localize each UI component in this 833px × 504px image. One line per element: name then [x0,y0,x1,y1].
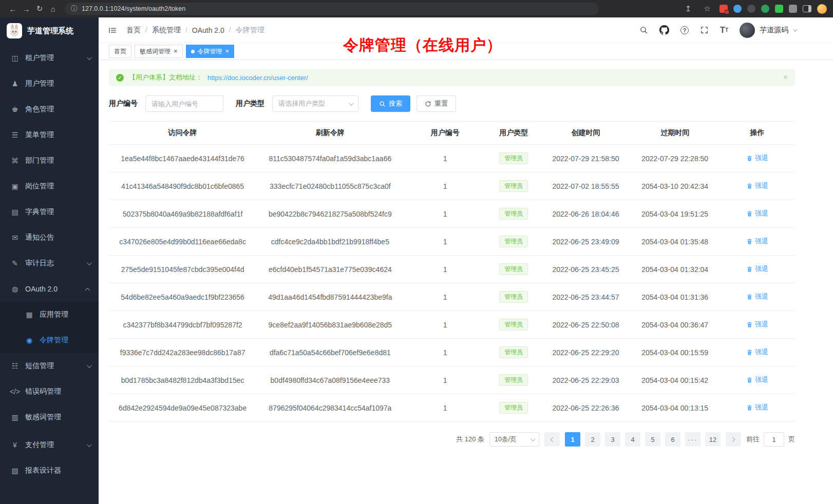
cell-refresh-token: 9ce8ef2aa9f14056b831ae9b608e28d5 [256,311,404,339]
page-numbers: 123456···12 [565,432,721,447]
cell-access-token: c342377bf8b344799dcbf7bf095287f2 [109,311,256,339]
breadcrumb-item[interactable]: OAuth 2.0 [181,26,224,34]
share-icon[interactable]: ↥ [681,2,695,15]
sidebar-item[interactable]: </> 错误码管理 [0,379,99,404]
bookmark-star-icon[interactable]: ☆ [701,2,714,15]
close-icon[interactable]: × [225,48,230,54]
help-icon[interactable]: ? [680,26,689,34]
search-button[interactable]: 搜索 [371,95,410,112]
sidebar-item[interactable]: ☷ 短信管理 [0,353,99,379]
page-button[interactable]: 4 [625,432,640,447]
app-logo-row[interactable]: 芋道管理系统 [0,17,99,44]
tab[interactable]: 首页 × [109,45,131,58]
extensions-puzzle-icon[interactable] [789,5,797,13]
force-logout-button[interactable]: 强退 [746,153,768,163]
page-size-value: 10条/页 [495,435,516,444]
tab-label: 敏感词管理 [140,47,171,56]
back-icon[interactable]: ← [6,2,20,15]
home-icon[interactable]: ⌂ [46,2,60,15]
goto-page: 前往 页 [746,432,795,447]
force-logout-button[interactable]: 强退 [746,375,768,384]
font-size-icon[interactable]: TT [720,26,728,34]
force-logout-button[interactable]: 强退 [746,264,768,274]
sidebar-item[interactable]: ♟ 用户管理 [0,71,99,96]
prev-page-button[interactable] [544,432,560,447]
tab[interactable]: 敏感词管理 × [135,45,183,58]
github-icon[interactable] [659,25,669,35]
sidebar-item[interactable]: ▦ 应用管理 [0,302,99,327]
sidebar-item[interactable]: ✉ 通知公告 [0,225,99,250]
next-page-button[interactable] [726,432,741,447]
breadcrumb-item[interactable]: 首页 [126,26,141,35]
menu-item-icon: ☷ [9,362,21,370]
cell-user-id: 1 [404,366,486,394]
extension-red-icon[interactable] [720,5,728,13]
force-logout-button[interactable]: 强退 [746,403,768,412]
force-logout-button[interactable]: 强退 [746,209,768,218]
doc-link[interactable]: https://doc.iocoder.cn/user-center/ [207,74,308,82]
sidebar-item[interactable]: ▣ 岗位管理 [0,173,99,199]
fullscreen-icon[interactable] [700,26,709,34]
sidebar-collapse-icon[interactable] [108,26,117,35]
page-button[interactable]: 2 [585,432,600,447]
extension-lime-icon[interactable] [775,5,783,13]
sidebar-item[interactable]: ♚ 角色管理 [0,96,99,122]
sidebar-item[interactable]: ▤ 字典管理 [0,199,99,225]
user-menu[interactable]: 芋道源码 [740,23,796,38]
topbar-actions: ? TT 芋道源码 [639,23,796,38]
breadcrumb-item[interactable]: 令牌管理 [224,26,264,35]
sidebar-item[interactable]: ◍ OAuth 2.0 [0,276,99,302]
sidebar-item[interactable]: ▧ 报表设计器 [0,458,99,483]
extension-green-icon[interactable] [761,5,769,13]
force-logout-button[interactable]: 强退 [746,347,768,357]
page-button[interactable]: 5 [645,432,660,447]
user-id-input[interactable] [145,95,223,112]
force-logout-button[interactable]: 强退 [746,320,768,329]
menu-item-icon: ◍ [9,285,21,293]
page-button[interactable]: 3 [605,432,620,447]
goto-page-input[interactable] [764,432,784,447]
page-button[interactable]: 6 [665,432,680,447]
sidebar-item[interactable]: ◉ 令牌管理 [0,327,99,353]
table-row: 502375b8040a469a9b82188afdf6af1f be90422… [109,200,795,228]
breadcrumb-item[interactable]: 系统管理 [141,26,181,35]
reset-button[interactable]: 重置 [416,95,456,112]
extension-dark-icon[interactable] [747,5,755,13]
extension-blue-icon[interactable] [733,5,742,13]
column-header: 操作 [720,122,795,145]
page-button[interactable]: ··· [685,432,701,447]
page-button[interactable]: 1 [565,432,580,447]
alert-close-icon[interactable]: × [783,73,788,82]
menu-item-label: 应用管理 [40,310,68,319]
sidebar-item[interactable]: ✎ 审计日志 [0,250,99,276]
forward-icon[interactable]: → [20,2,33,15]
close-icon[interactable]: × [174,48,178,54]
user-type-badge: 管理员 [499,291,528,303]
sidebar-item[interactable]: ◫ 租户管理 [0,45,99,71]
browser-profile-avatar[interactable] [817,4,827,14]
tab[interactable]: 令牌管理 × [186,45,235,58]
sidebar-item[interactable]: ▥ 敏感词管理 [0,404,99,430]
cell-created-time: 2022-06-25 22:29:03 [541,366,631,394]
menu-item-label: 支付管理 [25,440,54,450]
side-panel-icon[interactable] [803,5,811,12]
page-button[interactable]: 12 [705,432,721,447]
force-logout-button[interactable]: 强退 [746,292,768,301]
page-size-select[interactable]: 10条/页 [489,432,539,447]
table-row: f9336e7c7dd242a283ee98dc86b17a87 dfa6c71… [109,339,795,366]
total-count: 共 120 条 [456,435,484,444]
force-logout-button[interactable]: 强退 [746,181,768,190]
sidebar-item[interactable]: ¥ 支付管理 [0,432,99,458]
menu-item-icon: ▤ [9,208,21,216]
user-type-select[interactable]: 请选择用户类型 [272,95,358,112]
cell-user-type: 管理员 [486,394,541,422]
reload-icon[interactable]: ↻ [33,2,46,15]
menu-item-icon: ♚ [9,105,21,113]
sidebar-item[interactable]: ⌘ 部门管理 [0,148,99,173]
site-info-icon[interactable]: ⓘ [71,4,78,13]
address-bar[interactable]: ⓘ 127.0.0.1:1024/system/oauth2/token [65,3,599,15]
search-icon[interactable] [639,26,648,34]
active-dot [191,50,195,53]
sidebar-item[interactable]: ☰ 菜单管理 [0,122,99,148]
force-logout-button[interactable]: 强退 [746,237,768,246]
